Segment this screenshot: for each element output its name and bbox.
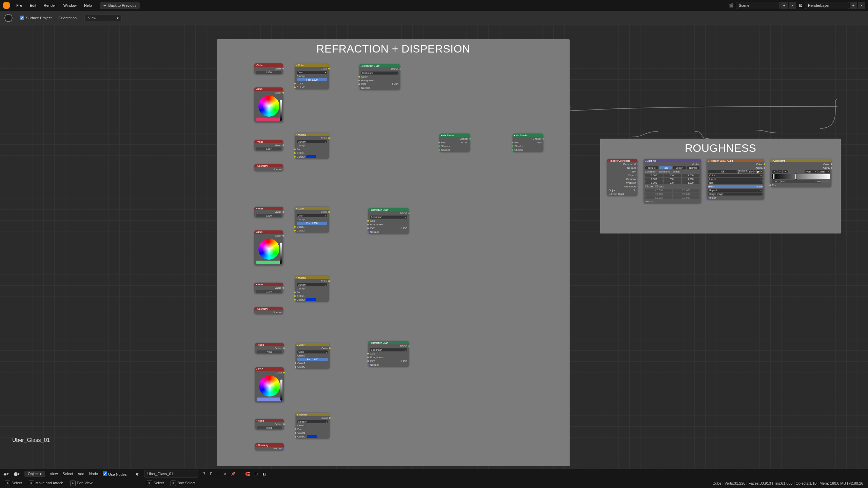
- color-swatch[interactable]: [306, 155, 316, 158]
- menu-edit[interactable]: Edit: [26, 2, 40, 9]
- node-value-6[interactable]: ▾Value Value 0.025: [255, 419, 284, 430]
- node-refraction-bsdf-3[interactable]: ▾Refraction BSDF BSDF Beckmann Color Rou…: [368, 341, 409, 367]
- scene-delete-button[interactable]: ×: [789, 2, 796, 9]
- color-out[interactable]: Color: [254, 91, 283, 95]
- menu-help[interactable]: Help: [81, 2, 95, 9]
- use-nodes-checkbox[interactable]: [103, 471, 107, 476]
- distribution-dropdown[interactable]: Beckmann: [361, 72, 398, 75]
- node-geometry-1[interactable]: ▾Geometry Normal: [254, 164, 283, 171]
- node-geometry-2[interactable]: ▾Geometry Normal: [254, 307, 283, 314]
- colorramp-stop-1[interactable]: [795, 174, 797, 180]
- surface-project-checkbox[interactable]: [20, 16, 24, 20]
- shader-type-icon[interactable]: ⬤▾: [14, 472, 20, 476]
- value-field[interactable]: 1.300: [256, 214, 281, 217]
- menu-node[interactable]: Node: [89, 472, 98, 476]
- snap-button[interactable]: 🧲: [245, 472, 250, 476]
- orientation-label: Orientation:: [58, 16, 78, 20]
- app-logo: [3, 2, 10, 9]
- node-mixrgb-color-1[interactable]: ▾Color Color Color Clamp Fac: 1.000 Colo…: [295, 63, 329, 89]
- value-field[interactable]: 1.300: [256, 71, 281, 74]
- node-value-1[interactable]: ▾Value Value 1.300: [254, 63, 283, 74]
- material-users[interactable]: 7: [203, 472, 205, 476]
- cursor-gizmo-icon[interactable]: [4, 14, 13, 22]
- image-browse[interactable]: 🖼: [708, 170, 737, 173]
- value-field[interactable]: 0.015: [256, 290, 281, 293]
- value-output[interactable]: Value: [254, 67, 283, 70]
- value-slider[interactable]: [280, 243, 282, 264]
- node-value-3[interactable]: ▾Value Value 1.300: [254, 207, 283, 218]
- node-geometry-3[interactable]: ▾Geometry Normal: [255, 443, 284, 450]
- material-fake-user[interactable]: F: [210, 472, 213, 476]
- mouse-box-icon: 🖱: [171, 481, 176, 486]
- color-wheel[interactable]: [258, 239, 279, 260]
- use-nodes-toggle[interactable]: Use Nodes: [103, 471, 126, 476]
- mouse-pan-icon: 🖱: [70, 481, 76, 486]
- node-texture-coordinate[interactable]: ▾Texture Coordinate Generated Normal UV …: [607, 159, 637, 196]
- nh-label: RGB: [257, 88, 262, 90]
- orientation-dropdown[interactable]: View: [84, 15, 122, 21]
- mode-dropdown[interactable]: Object ▾: [24, 471, 45, 477]
- node-value-5[interactable]: ▾Value Value 7.000: [255, 343, 284, 354]
- scene-new-button[interactable]: +: [781, 2, 788, 9]
- node-image-texture[interactable]: ▾Hexagon 2822770.jpg Color Alpha 🖼hexago…: [707, 159, 764, 200]
- overlay-button[interactable]: ◧: [262, 472, 266, 476]
- node-refraction-bsdf-2[interactable]: ▾Refraction BSDF BSDF Beckmann Color Rou…: [368, 208, 409, 234]
- renderlayer-field[interactable]: RenderLayer: [805, 2, 849, 9]
- eyedropper-icon[interactable]: ✎: [633, 189, 636, 192]
- node-mixrgb-multiply-2[interactable]: ▾Multiply Color Multiply Clamp Fac: Colo…: [295, 276, 329, 302]
- scene-icon: 🎬: [728, 2, 735, 9]
- node-mixrgb-multiply-3[interactable]: ▾Multiply Color Multiply Clamp Fac: Colo…: [296, 413, 330, 439]
- value-field[interactable]: 0.007: [256, 147, 281, 150]
- snap-type-button[interactable]: ⊞: [255, 472, 258, 476]
- colorramp-gradient[interactable]: [772, 174, 830, 179]
- blend-mode-dropdown[interactable]: Color: [297, 71, 327, 74]
- node-mix-shader-1[interactable]: ▾Mix Shader Shader Fac:0.500 Shader Shad…: [439, 134, 470, 152]
- menu-file[interactable]: File: [13, 2, 26, 9]
- node-refraction-bsdf-1[interactable]: ▾Refraction BSDF BSDF Beckmann Color Rou…: [359, 64, 400, 90]
- node-editor-canvas[interactable]: REFRACTION + DISPERSION ▾Value Value 1.3…: [0, 25, 868, 469]
- node-rgb-3[interactable]: ▾RGB Color: [255, 367, 284, 402]
- material-icon[interactable]: ◐: [136, 472, 139, 476]
- node-mix-shader-2[interactable]: ▾Mix Shader Shader Fac:0.100 Shader Shad…: [513, 134, 543, 152]
- stop-color-swatch[interactable]: [822, 180, 830, 183]
- material-name-field[interactable]: Uber_Glass_01: [144, 470, 198, 477]
- renderlayer-new-button[interactable]: +: [850, 2, 857, 9]
- renderlayer-delete-button[interactable]: ×: [858, 2, 865, 9]
- back-to-previous-button[interactable]: ↩ Back to Previous: [100, 2, 140, 9]
- back-arrow-icon: ↩: [103, 3, 106, 8]
- material-new-button[interactable]: +: [217, 472, 219, 476]
- color-wheel[interactable]: [258, 96, 279, 117]
- image-name-field[interactable]: hexagon-2...: [737, 170, 747, 173]
- rgb-swatch-3[interactable]: [257, 398, 282, 401]
- colorramp-stop-0[interactable]: [773, 174, 775, 180]
- editor-type-icon[interactable]: ◉▾: [3, 472, 9, 476]
- node-colorramp[interactable]: ▾ColorRamp Color Alpha + − ▾ RGB Linear …: [770, 159, 831, 187]
- menu-select[interactable]: Select: [63, 472, 73, 476]
- node-rgb-1[interactable]: ▾RGB Color: [254, 87, 283, 122]
- rgb-swatch-2[interactable]: [256, 261, 281, 264]
- status-bar: 🖱Select 🖱Move and Attach 🖱Pan View 🖱Sele…: [0, 479, 868, 488]
- node-rgb-2[interactable]: ▾RGB Color: [254, 230, 283, 265]
- blend-mode-dropdown[interactable]: Multiply: [297, 140, 327, 143]
- menu-window[interactable]: Window: [60, 2, 80, 9]
- node-mixrgb-multiply-1[interactable]: ▾Multiply Color Multiply Clamp Fac: Colo…: [295, 133, 329, 159]
- menu-render[interactable]: Render: [40, 2, 59, 9]
- surface-project-toggle[interactable]: Surface Project: [20, 16, 52, 20]
- scene-name-field[interactable]: Scene: [736, 2, 780, 9]
- node-value-2[interactable]: ▾Value Value 0.007: [254, 140, 283, 151]
- value-slider[interactable]: [280, 100, 282, 121]
- node-mapping[interactable]: ▾Mapping Vector TexturePointVectorNormal…: [644, 159, 701, 203]
- fac-field[interactable]: Fac: 1.000: [297, 78, 327, 81]
- frame2-title: ROUGHNESS: [600, 139, 841, 157]
- material-delete-button[interactable]: ×: [224, 472, 226, 476]
- rgb-swatch-1[interactable]: [256, 118, 281, 121]
- menu-add[interactable]: Add: [78, 472, 84, 476]
- node-value-4[interactable]: ▾Value Value 0.015: [254, 283, 283, 293]
- pin-button[interactable]: 📌: [231, 472, 236, 476]
- node-mixrgb-color-2[interactable]: ▾Color Color Color Clamp Fac: 1.000 Colo…: [295, 207, 329, 232]
- node-mixrgb-color-3[interactable]: ▾Color Color Color Clamp Fac: 1.000 Colo…: [296, 343, 330, 369]
- top-menu-bar: File Edit Render Window Help ↩ Back to P…: [0, 0, 868, 11]
- menu-view[interactable]: View: [50, 472, 58, 476]
- tool-header: Surface Project Orientation: View: [0, 11, 868, 25]
- color-wheel[interactable]: [259, 375, 280, 396]
